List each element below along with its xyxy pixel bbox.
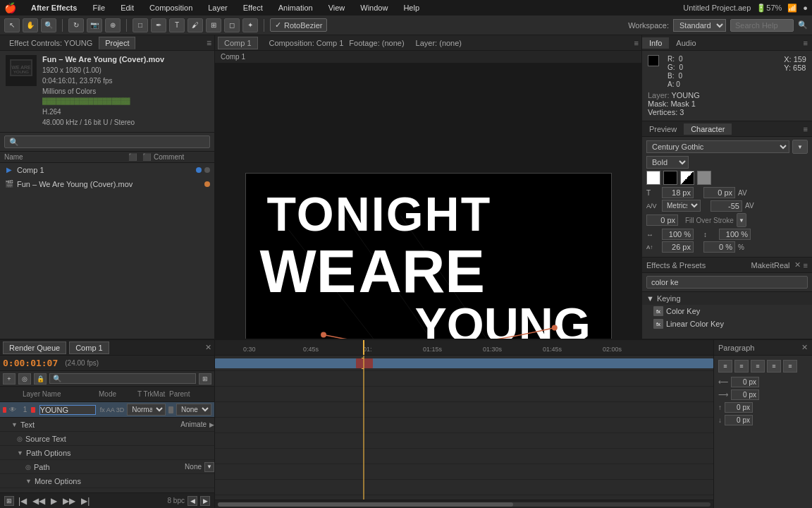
tree-text[interactable]: ▼ Text Animate ▶: [0, 418, 214, 432]
indent-after-input[interactable]: [731, 389, 759, 400]
select-tool[interactable]: ↖: [4, 18, 20, 32]
para-close[interactable]: ✕: [801, 343, 808, 352]
tab-audio[interactable]: Audio: [669, 37, 703, 49]
menu-effect[interactable]: Effect: [240, 2, 266, 13]
pen-tool[interactable]: ✒: [151, 18, 166, 32]
tl-search[interactable]: [49, 373, 196, 384]
tl-scroll-thumb[interactable]: [218, 502, 513, 507]
tab-effect-controls[interactable]: Effect Controls: YOUNG: [3, 37, 99, 49]
indent-before-input[interactable]: [731, 377, 759, 387]
tl-new-layer[interactable]: +: [3, 373, 16, 385]
tl-expand[interactable]: ◀: [187, 496, 197, 506]
skip-end[interactable]: ▶|: [80, 496, 91, 506]
tree-path-options[interactable]: ▼ Path Options: [0, 446, 214, 460]
font-size-input[interactable]: [662, 187, 694, 198]
tl-collapse[interactable]: ▶: [200, 496, 210, 506]
tl-playhead[interactable]: [363, 340, 364, 355]
puppet-tool[interactable]: ✦: [242, 18, 258, 32]
tab-info[interactable]: Info: [642, 37, 669, 49]
menu-view[interactable]: View: [325, 2, 349, 13]
tl-render-queue[interactable]: Render Queue: [3, 341, 66, 354]
swap-colors-btn[interactable]: [680, 171, 694, 185]
menu-edit[interactable]: Edit: [117, 2, 137, 13]
pan-tool[interactable]: ⊕: [105, 18, 121, 32]
list-item-comp1[interactable]: ▶ Comp 1: [0, 163, 214, 177]
hand-tool[interactable]: ✋: [23, 18, 38, 32]
space-before-input[interactable]: [725, 402, 753, 413]
tl-solo[interactable]: ◎: [18, 373, 31, 385]
tree-source-text[interactable]: ◎ Source Text: [0, 432, 214, 446]
workspace-select[interactable]: Standard: [673, 19, 726, 32]
kerning-type-select[interactable]: Metrics: [662, 200, 701, 212]
font-select[interactable]: Century Gothic: [646, 140, 789, 153]
kerning-value[interactable]: [710, 200, 742, 212]
clone-tool[interactable]: ⊞: [206, 18, 221, 32]
camera-tool[interactable]: 📷: [87, 18, 102, 32]
align-justify-last[interactable]: ≡: [783, 360, 797, 373]
keying-section[interactable]: ▼ Keying: [642, 292, 812, 305]
layer-row-young[interactable]: 👁 1 fx AA 3D Normal None: [0, 402, 214, 418]
menu-window[interactable]: Window: [357, 2, 391, 13]
next-frame[interactable]: ▶▶: [61, 496, 77, 506]
align-left[interactable]: ≡: [718, 360, 732, 373]
tl-comp-tab[interactable]: Comp 1: [69, 341, 109, 354]
skip-start[interactable]: |◀: [17, 496, 28, 506]
align-right[interactable]: ≡: [751, 360, 765, 373]
search-input[interactable]: [4, 135, 210, 148]
menu-layer[interactable]: Layer: [204, 2, 231, 13]
zoom-tool[interactable]: 🔍: [41, 18, 56, 32]
tab-preview[interactable]: Preview: [642, 123, 684, 135]
stroke-color-swatch[interactable]: [663, 171, 677, 185]
tab-character[interactable]: Character: [684, 123, 732, 135]
color-key-item[interactable]: fx Color Key: [642, 305, 812, 318]
linear-color-key-item[interactable]: fx Linear Color Key: [642, 318, 812, 330]
layer-parent-select[interactable]: None: [176, 404, 211, 416]
tl-bar-young[interactable]: [215, 358, 713, 368]
tsume-input[interactable]: [703, 241, 735, 253]
menu-composition[interactable]: Composition: [146, 2, 196, 13]
panel-close-btn[interactable]: ≡: [207, 38, 211, 48]
space-after-input[interactable]: [725, 415, 753, 425]
toggle-expand[interactable]: ⊞: [4, 496, 14, 506]
scale-h-input[interactable]: [662, 229, 694, 240]
layer-solo-btn[interactable]: [168, 406, 173, 413]
leading-input[interactable]: [646, 214, 678, 226]
layer-eye-young[interactable]: 👁: [9, 406, 16, 413]
brush-tool[interactable]: 🖌: [187, 18, 203, 32]
tl-lock[interactable]: 🔒: [34, 373, 47, 385]
prev-frame[interactable]: ◀◀: [31, 496, 47, 506]
scale-v-input[interactable]: [719, 229, 751, 240]
info-panel-menu[interactable]: ≡: [799, 39, 812, 47]
menu-animation[interactable]: Animation: [275, 2, 316, 13]
panel-menu-btn[interactable]: ≡: [634, 39, 639, 47]
align-center[interactable]: ≡: [734, 360, 749, 373]
help-search[interactable]: [730, 19, 794, 32]
mask-tool[interactable]: □: [133, 18, 148, 32]
layer-name-young[interactable]: [39, 405, 96, 415]
menu-aftereffects[interactable]: After Effects: [27, 2, 80, 13]
tl-scrollbar[interactable]: [215, 500, 713, 508]
roto-bezier-btn[interactable]: ✓ RotoBezier: [270, 18, 327, 32]
char-panel-menu[interactable]: ≡: [799, 125, 812, 133]
path-dropdown-btn[interactable]: ▼: [204, 462, 214, 472]
rotate-tool[interactable]: ↻: [68, 18, 84, 32]
layer-mode-select[interactable]: Normal: [127, 404, 166, 416]
type-tool[interactable]: T: [169, 18, 185, 32]
no-color-btn[interactable]: [697, 171, 711, 185]
tab-project[interactable]: Project: [99, 37, 135, 49]
fill-color-swatch[interactable]: [646, 171, 660, 185]
tree-more-options[interactable]: ▼ More Options: [0, 474, 214, 488]
menu-file[interactable]: File: [89, 2, 109, 13]
effects-close[interactable]: ✕: [794, 260, 801, 270]
comp-tab[interactable]: Comp 1: [218, 37, 258, 49]
effects-menu[interactable]: ≡: [804, 261, 808, 270]
tracking-input[interactable]: [703, 187, 735, 198]
baseline-input[interactable]: [662, 241, 694, 253]
play-pause[interactable]: ▶: [49, 496, 59, 506]
tl-options[interactable]: ⊞: [199, 373, 211, 385]
effects-search-input[interactable]: [646, 276, 808, 289]
list-item-video[interactable]: 🎬 Fun – We Are Young (Cover).mov: [0, 177, 214, 191]
eraser-tool[interactable]: ◻: [224, 18, 240, 32]
font-style-arrow[interactable]: ▼: [792, 140, 808, 154]
font-style-select[interactable]: Bold: [646, 156, 689, 169]
